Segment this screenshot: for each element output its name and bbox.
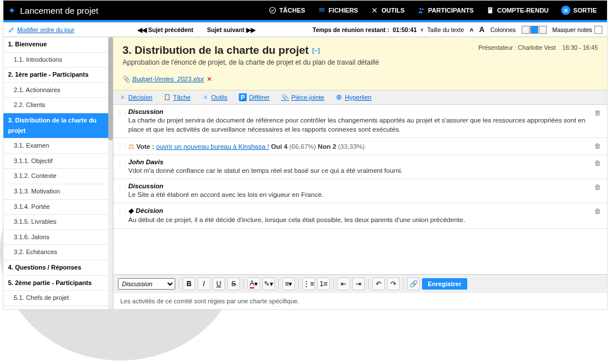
agenda-item[interactable]: 2.2. Clients — [3, 98, 113, 113]
text-color-btn[interactable]: A▾ — [247, 278, 260, 290]
note-entry: ⋮⋮ 🗑 Discussion Le Site a été élaboré en… — [113, 179, 607, 203]
vote-prefix: Vote : — [136, 143, 154, 150]
nav-tools-label: OUTILS — [381, 7, 404, 14]
attachment-link[interactable]: Budget-Ventes_2023.xlsx — [132, 76, 204, 82]
content-area: 3. Distribution de la charte du projet [… — [113, 37, 607, 309]
save-button[interactable]: Enregistrer — [422, 278, 467, 290]
note-label: Discussion — [128, 108, 601, 115]
note-entry-decision: ⋮⋮ 🗑 ◆ Décision Au début de ce projet, i… — [113, 203, 607, 228]
agenda-item[interactable]: 3. Distribution de la charte du projet — [3, 113, 113, 139]
drag-handle-icon[interactable]: ⋮⋮ — [117, 109, 128, 116]
agenda-item[interactable]: 3.1.5. Livrables — [3, 215, 113, 230]
action-attachment[interactable]: 📎 Pièce-jointe — [281, 94, 324, 101]
sidebar-scrollbar[interactable] — [108, 37, 113, 309]
nav-report[interactable]: COMPTE-RENDU — [480, 6, 554, 15]
drag-handle-icon[interactable]: ⋮⋮ — [117, 208, 128, 214]
indent-btn[interactable]: ⇥ — [352, 278, 365, 290]
link-btn[interactable]: 🔗 — [407, 278, 420, 290]
agenda-item[interactable]: 3.1.6. Jalons — [3, 230, 113, 246]
text-size-small[interactable]: A — [470, 27, 474, 33]
subject-title-text: 3. Distribution de la charte du projet — [123, 44, 309, 57]
underline-btn[interactable]: U — [212, 278, 225, 290]
agenda-item[interactable]: 3.1.1. Objectif — [3, 154, 113, 169]
exit-icon: ✕ — [561, 6, 570, 15]
agenda-item[interactable]: 3.1.4. Portée — [3, 200, 113, 215]
trash-icon[interactable]: 🗑 — [594, 109, 601, 116]
action-decision[interactable]: Décision — [119, 94, 152, 101]
agenda-item[interactable]: 5. 2ème partie - Participants — [3, 276, 113, 291]
agenda-item[interactable]: 3.1.2. Contexte — [3, 169, 113, 184]
collapse-icon[interactable]: [–] — [312, 47, 320, 54]
agenda-item[interactable]: 3.1. Examen — [3, 139, 113, 154]
action-task[interactable]: Tâche — [164, 94, 191, 101]
undo-btn[interactable]: ↶ — [372, 278, 385, 290]
nav-tasks[interactable]: TÂCHES — [263, 6, 311, 15]
nav-participants[interactable]: PARTICIPANTS — [412, 6, 480, 15]
trash-icon[interactable]: 🗑 — [594, 184, 601, 191]
action-tools[interactable]: Outils — [202, 94, 227, 101]
bold-btn[interactable]: B — [183, 278, 195, 290]
app-logo-icon: ✦ — [8, 5, 15, 16]
columns-1[interactable] — [522, 26, 530, 34]
vote-yes-pct: (66,67%) — [289, 143, 316, 150]
remove-attachment-icon[interactable]: ✕ — [207, 76, 212, 82]
number-list-btn[interactable]: 1≡ — [317, 278, 330, 290]
nav-exit-label: SORTIE — [573, 7, 597, 14]
agenda-item[interactable]: 1.1. Introductions — [3, 53, 113, 68]
drag-handle-icon[interactable]: ⋮⋮ — [117, 143, 128, 149]
editor-content[interactable]: Les activités de ce comité sont régies p… — [113, 293, 607, 309]
actions-bar: Décision Tâche Outils P Différer 📎 Pièce… — [113, 90, 607, 105]
note-entry: ⋮⋮ 🗑 Discussion La charte du projet serv… — [113, 105, 607, 138]
agenda-sidebar: 1. Bienvenue1.1. Introductions2. 1ère pa… — [3, 37, 113, 309]
bullet-list-btn[interactable]: ⋮≡ — [302, 278, 315, 290]
hide-notes-btn[interactable]: Masquer notes — [553, 26, 602, 34]
agenda-item[interactable]: 5.1. Chefs de projet — [3, 291, 113, 306]
vote-link[interactable]: ouvrir un nouveau bureau à Kinshasa ! — [156, 143, 270, 150]
highlight-btn[interactable]: ✎▾ — [262, 278, 275, 290]
text-size-label: Taille du texte — [427, 26, 464, 33]
next-subject-btn[interactable]: Sujet suivant ▶▶ — [207, 26, 255, 33]
svg-rect-3 — [488, 7, 492, 14]
columns-2[interactable] — [530, 26, 538, 34]
agenda-item[interactable]: 5.2. Conseillers — [3, 306, 113, 309]
subject-header: 3. Distribution de la charte du projet [… — [113, 37, 607, 90]
agenda-item[interactable]: 4. Questions / Réponses — [3, 260, 113, 276]
agenda-item[interactable]: 3.1.3. Motivation — [3, 184, 113, 200]
note-type-select[interactable]: Discussion — [118, 278, 175, 290]
agenda-item[interactable]: 2. 1ère partie - Participants — [3, 68, 113, 83]
strike-btn[interactable]: S — [227, 278, 240, 290]
action-defer[interactable]: P Différer — [239, 93, 270, 101]
columns-label: Colonnes — [490, 26, 515, 33]
note-label: Décision — [136, 207, 163, 214]
note-body: Vdot m'a donné confiance car le statut e… — [128, 166, 601, 175]
drag-handle-icon[interactable]: ⋮⋮ — [117, 160, 128, 166]
nav-tools[interactable]: OUTILS — [365, 6, 410, 15]
align-btn[interactable]: ≡▾ — [282, 278, 295, 290]
redo-btn[interactable]: ↷ — [387, 278, 400, 290]
trash-icon[interactable]: 🗑 — [594, 160, 601, 167]
italic-btn[interactable]: I — [198, 278, 210, 290]
prev-subject-btn[interactable]: ◀◀ Sujet précédent — [137, 26, 194, 33]
paperclip-icon: 📎 — [123, 76, 131, 82]
time-dropdown-icon[interactable]: ▾ — [420, 26, 424, 33]
note-entry-vote: ⋮⋮ 🗑 ⚖ Vote : ouvrir un nouveau bureau à… — [113, 138, 607, 155]
vote-no: Non 2 — [318, 143, 336, 150]
trash-icon[interactable]: 🗑 — [594, 208, 601, 215]
agenda-item[interactable]: 1. Bienvenue — [3, 37, 113, 53]
edit-order-link[interactable]: Modifier ordre du jour — [8, 26, 74, 33]
outdent-btn[interactable]: ⇤ — [337, 278, 350, 290]
nav-exit[interactable]: ✕ SORTIE — [555, 6, 602, 15]
presenter-label: Présentateur : — [479, 44, 517, 51]
agenda-item[interactable]: 2.1. Actionnaires — [3, 83, 113, 98]
text-size-large[interactable]: A — [479, 25, 484, 34]
drag-handle-icon[interactable]: ⋮⋮ — [117, 184, 128, 190]
columns-3[interactable] — [539, 26, 547, 34]
agenda-item[interactable]: 3.2. Echéances — [3, 245, 113, 260]
action-hyperlink[interactable]: Hyperlien — [336, 94, 371, 101]
trash-icon[interactable]: 🗑 — [594, 143, 601, 149]
note-label: Discussion — [128, 183, 601, 189]
nav-files[interactable]: FICHIERS — [312, 6, 364, 15]
svg-rect-5 — [489, 9, 492, 10]
notes-area: ⋮⋮ 🗑 Discussion La charte du projet serv… — [113, 105, 607, 274]
vote-no-pct: (33,33%) — [338, 143, 365, 150]
